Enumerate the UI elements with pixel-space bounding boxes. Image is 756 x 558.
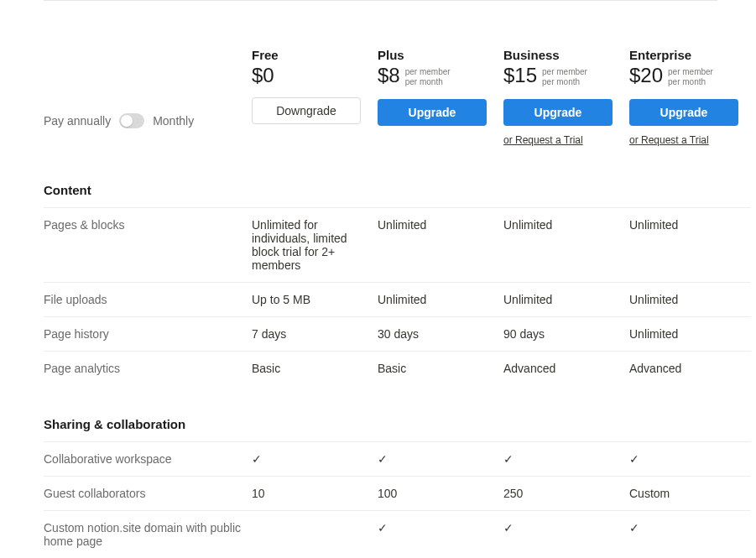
request-trial-link[interactable]: or Request a Trial [629,134,751,146]
divider [44,0,717,1]
plan-price-row: $8 per member per month [378,65,503,87]
plan-price-row: $20 per member per month [629,65,751,87]
row-label: Custom notion.site domain with public ho… [44,510,252,558]
row-cell: Unlimited [629,282,751,316]
section-header-content: Content [44,171,252,207]
price-unit: per member per month [542,67,587,87]
row-cell: ✓ [629,510,751,545]
price-unit: per member per month [405,67,451,87]
row-label: Page history [44,316,252,351]
row-cell: 10 [252,476,378,510]
row-label: File uploads [44,282,252,316]
billing-annually-label: Pay annually [44,114,111,128]
pricing-grid: Pay annually Monthly Free $0 Downgrade P… [44,16,717,558]
row-cell: ✓ [503,510,629,545]
plan-header-plus: Plus $8 per member per month Upgrade [378,16,503,151]
plan-header-free: Free $0 Downgrade [252,16,378,149]
upgrade-button[interactable]: Upgrade [378,99,487,126]
plan-cta-row: Upgrade or Request a Trial [503,99,629,156]
pricing-container: Pay annually Monthly Free $0 Downgrade P… [0,0,751,558]
row-cell: ✓ [252,441,378,476]
plan-cta-row: Upgrade [378,99,503,136]
billing-monthly-label: Monthly [153,114,194,128]
plan-price-row: $15 per member per month [503,65,629,87]
row-label: Page analytics [44,351,252,385]
plan-price: $15 [503,65,537,86]
plan-price-row: $0 [252,65,378,86]
row-cell: Unlimited for individuals, limited block… [252,207,378,282]
downgrade-button[interactable]: Downgrade [252,97,361,124]
section-header-sharing: Sharing & collaboration [44,405,252,441]
row-label: Collaborative workspace [44,441,252,476]
row-cell: 90 days [503,316,629,351]
row-cell: 7 days [252,316,378,351]
plan-name: Enterprise [629,48,751,62]
row-cell: Up to 5 MB [252,282,378,316]
row-cell: Basic [252,351,378,385]
row-cell: Unlimited [629,316,751,351]
plan-header-enterprise: Enterprise $20 per member per month Upgr… [629,16,751,171]
row-cell: Unlimited [378,282,503,316]
row-cell: ✓ [378,441,503,476]
plan-price: $0 [252,65,274,86]
plan-name: Free [252,48,378,62]
row-cell: 100 [378,476,503,510]
plan-cta-row: Downgrade [252,97,378,134]
row-cell: Custom [629,476,751,510]
row-cell: ✓ [629,441,751,476]
plan-cta-row: Upgrade or Request a Trial [629,99,751,156]
upgrade-button[interactable]: Upgrade [503,99,613,126]
billing-toggle[interactable] [119,113,144,128]
upgrade-button[interactable]: Upgrade [629,99,738,126]
plan-header-business: Business $15 per member per month Upgrad… [503,16,629,171]
toggle-knob [121,115,133,127]
request-trial-link[interactable]: or Request a Trial [503,134,629,146]
billing-toggle-row: Pay annually Monthly [44,16,252,143]
plan-price: $20 [629,65,663,86]
row-cell: Unlimited [378,207,503,242]
row-cell: Unlimited [503,207,629,242]
plan-name: Business [503,48,629,62]
row-cell: ✓ [378,510,503,545]
row-cell: Advanced [503,351,629,385]
row-cell: Basic [378,351,503,385]
scroll-area[interactable]: Pay annually Monthly Free $0 Downgrade P… [0,0,751,558]
row-cell: Unlimited [503,282,629,316]
price-unit: per member per month [668,67,713,87]
row-cell: Unlimited [629,207,751,242]
row-label: Pages & blocks [44,207,252,242]
plan-price: $8 [378,65,400,86]
row-cell: Advanced [629,351,751,385]
row-label: Guest collaborators [44,476,252,510]
row-cell: 250 [503,476,629,510]
plan-name: Plus [378,48,503,62]
row-cell [252,510,378,531]
row-cell: 30 days [378,316,503,351]
row-cell: ✓ [503,441,629,476]
